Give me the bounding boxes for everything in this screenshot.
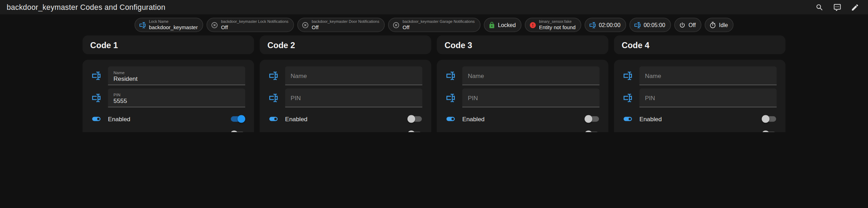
chip-value: Idle: [719, 22, 728, 28]
form-textbox-icon: [634, 21, 641, 28]
toggle-switch-icon: [446, 129, 456, 132]
chip-label: backdoor_keymaster Door Notifications: [312, 20, 379, 24]
timer-icon: [709, 21, 716, 28]
switch-thumb: [762, 115, 769, 123]
enabled-switch[interactable]: [407, 115, 423, 123]
chip-lock-notifications[interactable]: backdoor_keymaster Lock Notifications Of…: [207, 18, 294, 32]
form-textbox-icon: [623, 71, 633, 81]
chip-off-state[interactable]: Off: [674, 18, 701, 32]
enabled-label: Enabled: [285, 116, 401, 122]
name-row: [446, 66, 600, 85]
chip-value: Off: [688, 22, 696, 28]
code-1-card: Name PIN Enabled: [83, 60, 254, 132]
card-title: Code 1: [90, 40, 118, 50]
name-field: Name: [108, 66, 245, 85]
assist-icon[interactable]: [833, 3, 842, 12]
chip-door-notifications[interactable]: backdoor_keymaster Door Notifications Of…: [297, 18, 385, 32]
form-textbox-icon: [91, 93, 101, 103]
chip-value: Off: [403, 24, 475, 31]
name-input[interactable]: [468, 72, 594, 79]
code-3-card: Enabled Notifications PIN: [437, 60, 608, 132]
alert-circle-icon: [529, 21, 536, 28]
pin-input[interactable]: [645, 95, 771, 101]
enabled-label: Enabled: [639, 116, 755, 122]
chip-value: Entity not found: [539, 24, 576, 31]
name-row: [268, 66, 422, 85]
name-row: Name: [91, 66, 245, 85]
chip-value: backdoor_keymaster: [149, 24, 198, 31]
search-icon[interactable]: [815, 3, 824, 12]
code-2-column: Code 2: [260, 35, 431, 132]
pin-field: [462, 89, 600, 108]
pin-field: [639, 89, 777, 108]
code-2-title-card: Code 2: [260, 35, 431, 54]
name-field: [462, 66, 600, 85]
chip-label: binary_sensor.fake: [539, 20, 576, 24]
chip-value: 00:05:00: [644, 22, 665, 28]
chip-idle-state[interactable]: Idle: [705, 18, 733, 32]
pin-input[interactable]: [291, 95, 417, 101]
code-4-card: Enabled Notifications PIN: [614, 60, 786, 132]
chip-value: Off: [312, 24, 379, 31]
enabled-label: Enabled: [108, 116, 223, 122]
notifications-label: Notifications: [639, 131, 755, 132]
switch-thumb: [407, 131, 415, 132]
enabled-switch[interactable]: [585, 115, 600, 123]
card-title: Code 4: [622, 40, 650, 50]
form-textbox-icon: [91, 71, 101, 81]
enabled-switch[interactable]: [762, 115, 777, 123]
code-1-column: Code 1 Name PIN: [83, 35, 254, 132]
chip-lock-name[interactable]: Lock Name backdoor_keymaster: [135, 18, 203, 32]
chip-missing-entity[interactable]: binary_sensor.fake Entity not found: [525, 18, 581, 32]
chip-timer-1[interactable]: 02:00:00: [585, 18, 626, 32]
chip-row: Lock Name backdoor_keymaster backdoor_ke…: [0, 18, 868, 32]
chip-text: binary_sensor.fake Entity not found: [539, 20, 576, 31]
toggle-switch-icon: [623, 114, 633, 124]
close-circle-icon: [211, 21, 218, 28]
switch-thumb: [585, 131, 592, 132]
pin-field: PIN: [108, 89, 245, 108]
chip-lock-state[interactable]: Locked: [484, 18, 522, 32]
card-grid: Code 1 Name PIN: [83, 35, 785, 132]
pin-input[interactable]: [468, 95, 594, 101]
pin-row: [268, 89, 422, 108]
pin-input[interactable]: [113, 97, 240, 104]
notifications-label: Notifications: [108, 131, 223, 132]
enabled-switch[interactable]: [230, 115, 246, 123]
toggle-switch-icon: [623, 129, 633, 132]
form-textbox-icon: [623, 93, 633, 103]
pin-row: PIN: [91, 89, 245, 108]
code-4-column: Code 4: [614, 35, 786, 132]
chip-value: Off: [221, 24, 288, 31]
chip-value: Locked: [498, 22, 516, 28]
name-input[interactable]: [291, 72, 417, 79]
notifications-switch[interactable]: [762, 131, 777, 132]
notifications-switch[interactable]: [230, 131, 246, 132]
name-input[interactable]: [645, 72, 771, 79]
notifications-switch[interactable]: [585, 131, 600, 132]
card-title: Code 2: [267, 40, 295, 50]
chip-label: backdoor_keymaster Lock Notifications: [221, 20, 288, 24]
chip-timer-2[interactable]: 00:05:00: [629, 18, 671, 32]
switch-thumb: [585, 115, 592, 123]
chip-garage-notifications[interactable]: backdoor_keymaster Garage Notifications …: [388, 18, 480, 32]
toggle-switch-icon: [91, 114, 101, 124]
form-textbox-icon: [446, 93, 456, 103]
chip-text: backdoor_keymaster Lock Notifications Of…: [221, 20, 288, 31]
card-title: Code 3: [444, 40, 472, 50]
code-2-card: Enabled Notifications PIN: [260, 60, 431, 132]
enabled-label: Enabled: [462, 116, 578, 122]
enabled-row: Enabled: [268, 112, 422, 126]
edit-dashboard-icon[interactable]: [851, 3, 859, 12]
enabled-row: Enabled: [623, 112, 777, 126]
power-icon: [679, 21, 686, 28]
form-textbox-icon: [589, 21, 596, 28]
switch-thumb: [407, 115, 415, 123]
toggle-switch-icon: [446, 114, 456, 124]
notifications-switch[interactable]: [407, 131, 423, 132]
pin-row: [623, 89, 777, 108]
name-field: [285, 66, 423, 85]
name-input[interactable]: [113, 75, 240, 82]
chip-value: 02:00:00: [599, 22, 620, 28]
switch-thumb: [230, 131, 238, 132]
